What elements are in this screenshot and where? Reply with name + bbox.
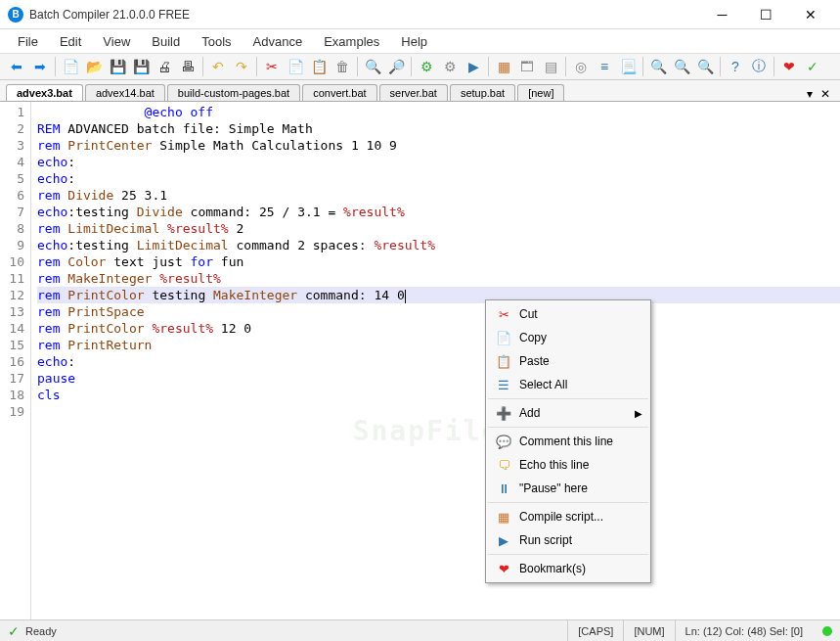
help-icon[interactable]: ? xyxy=(725,56,746,77)
zoom-in-icon[interactable]: 🔍 xyxy=(647,56,669,77)
tab-convertbat[interactable]: convert.bat xyxy=(302,84,376,101)
ctx--pause-here[interactable]: ⏸"Pause" here xyxy=(488,477,648,500)
cut-icon[interactable]: ✂ xyxy=(261,56,283,77)
tab-close-icon[interactable]: ✕ xyxy=(817,87,834,101)
save-all-icon[interactable]: 💾 xyxy=(130,56,152,77)
wrap-icon[interactable]: ≡ xyxy=(594,56,615,77)
tab-setupbat[interactable]: setup.bat xyxy=(450,84,515,101)
code-line-6[interactable]: rem Divide 25 3.1 xyxy=(37,187,840,204)
code-line-10[interactable]: rem Color text just for fun xyxy=(37,253,840,270)
check-icon[interactable]: ✓ xyxy=(802,56,823,77)
menu-help[interactable]: Help xyxy=(391,32,437,51)
code-line-14[interactable]: rem PrintColor %result% 12 0 xyxy=(37,320,840,337)
info-icon[interactable]: ⓘ xyxy=(748,56,770,77)
compile-icon[interactable]: ▦ xyxy=(493,56,514,77)
editor[interactable]: 12345678910111213141516171819 SnapFiles … xyxy=(0,102,840,625)
settings-icon[interactable]: ⚙ xyxy=(416,56,437,77)
find-replace-icon[interactable]: 🔎 xyxy=(385,56,407,77)
redo-icon[interactable]: ↷ xyxy=(231,56,252,77)
ctx-add[interactable]: ➕Add▶ xyxy=(488,401,648,425)
status-indicator-icon xyxy=(822,626,832,636)
copy-icon: 📄 xyxy=(494,330,513,345)
new-icon[interactable]: 📄 xyxy=(60,56,81,77)
ctx-paste[interactable]: 📋Paste xyxy=(488,349,648,373)
run-icon[interactable]: ▶ xyxy=(463,56,484,77)
line-number: 17 xyxy=(0,370,24,387)
ctx-label: Run script xyxy=(519,533,572,547)
line-number: 5 xyxy=(0,170,24,187)
back-icon[interactable]: ⬅ xyxy=(6,56,27,77)
line-number: 18 xyxy=(0,387,24,403)
code-line-9[interactable]: echo:testing LimitDecimal command 2 spac… xyxy=(37,237,840,253)
find-icon[interactable]: 🔍 xyxy=(362,56,383,77)
code-line-12[interactable]: rem PrintColor testing MakeInteger comma… xyxy=(37,287,840,303)
bookmark-icon[interactable]: ❤ xyxy=(778,56,800,77)
menu-edit[interactable]: Edit xyxy=(50,32,91,51)
ctx-comment-this-line[interactable]: 💬Comment this line xyxy=(488,430,648,453)
tab-dropdown-icon[interactable]: ▾ xyxy=(803,87,817,101)
doc-icon[interactable]: 📃 xyxy=(617,56,639,77)
close-button[interactable]: ✕ xyxy=(788,0,832,29)
code-line-15[interactable]: rem PrintReturn xyxy=(37,337,840,353)
ctx-run-script[interactable]: ▶Run script xyxy=(488,528,648,552)
code-line-17[interactable]: pause xyxy=(37,370,840,387)
-pause-here-icon: ⏸ xyxy=(494,481,513,496)
gear-icon[interactable]: ⚙ xyxy=(439,56,461,77)
code-line-11[interactable]: rem MakeInteger %result% xyxy=(37,270,840,287)
tab-new[interactable]: [new] xyxy=(517,84,564,101)
forward-icon[interactable]: ➡ xyxy=(29,56,51,77)
ctx-select-all[interactable]: ☰Select All xyxy=(488,373,648,396)
undo-icon[interactable]: ↶ xyxy=(207,56,229,77)
zoom-reset-icon[interactable]: 🔍 xyxy=(694,56,716,77)
code-line-2[interactable]: REM ADVANCED batch file: Simple Math xyxy=(37,120,840,137)
table-icon[interactable]: ▤ xyxy=(540,56,561,77)
menu-view[interactable]: View xyxy=(93,32,140,51)
menu-file[interactable]: File xyxy=(8,32,48,51)
code-line-8[interactable]: rem LimitDecimal %result% 2 xyxy=(37,220,840,237)
maximize-button[interactable]: ☐ xyxy=(744,0,788,29)
ctx-label: Copy xyxy=(519,331,547,344)
ctx-echo-this-line[interactable]: 🗨Echo this line xyxy=(488,453,648,477)
open-icon[interactable]: 📂 xyxy=(83,56,105,77)
delete-icon[interactable]: 🗑 xyxy=(332,56,353,77)
ctx-label: Paste xyxy=(519,354,550,368)
code-line-1[interactable]: @echo off xyxy=(37,104,840,120)
minimize-button[interactable]: ─ xyxy=(700,0,744,29)
code-line-5[interactable]: echo: xyxy=(37,170,840,187)
paste-icon[interactable]: 📋 xyxy=(308,56,330,77)
code-line-4[interactable]: echo: xyxy=(37,154,840,170)
code-line-7[interactable]: echo:testing Divide command: 25 / 3.1 = … xyxy=(37,204,840,220)
code-line-18[interactable]: cls xyxy=(37,387,840,403)
window-icon[interactable]: 🗔 xyxy=(516,56,538,77)
ctx-label: Select All xyxy=(519,378,567,391)
tab-advex3bat[interactable]: advex3.bat xyxy=(6,84,83,101)
code-line-3[interactable]: rem PrintCenter Simple Math Calculations… xyxy=(37,137,840,154)
toolbar-separator xyxy=(774,57,774,76)
menu-build[interactable]: Build xyxy=(142,32,190,51)
print-preview-icon[interactable]: 🖶 xyxy=(177,56,199,77)
tab-buildcustompagesbat[interactable]: build-custom-pages.bat xyxy=(167,84,300,101)
save-icon[interactable]: 💾 xyxy=(107,56,128,77)
ctx-cut[interactable]: ✂Cut xyxy=(488,302,648,326)
titlebar: B Batch Compiler 21.0.0.0 FREE ─ ☐ ✕ xyxy=(0,0,840,29)
ctx-copy[interactable]: 📄Copy xyxy=(488,326,648,349)
code-line-16[interactable]: echo: xyxy=(37,353,840,370)
context-menu: ✂Cut📄Copy📋Paste☰Select All➕Add▶💬Comment … xyxy=(485,299,651,583)
menu-examples[interactable]: Examples xyxy=(314,32,389,51)
tab-advex14bat[interactable]: advex14.bat xyxy=(85,84,165,101)
menu-tools[interactable]: Tools xyxy=(192,32,241,51)
code-line-13[interactable]: rem PrintSpace xyxy=(37,303,840,320)
line-number: 14 xyxy=(0,320,24,337)
zoom-out-icon[interactable]: 🔍 xyxy=(671,56,692,77)
print-icon[interactable]: 🖨 xyxy=(154,56,175,77)
code-line-19[interactable] xyxy=(37,403,840,420)
tab-serverbat[interactable]: server.bat xyxy=(379,84,448,101)
code-area[interactable]: SnapFiles @echo offREM ADVANCED batch fi… xyxy=(31,102,840,625)
toolbar-separator xyxy=(202,57,203,76)
ctx-bookmark-s-[interactable]: ❤Bookmark(s) xyxy=(488,557,648,580)
toolbar-separator xyxy=(411,57,412,76)
ctx-compile-script-[interactable]: ▦Compile script... xyxy=(488,505,648,528)
menu-advance[interactable]: Advance xyxy=(243,32,313,51)
copy-icon[interactable]: 📄 xyxy=(285,56,306,77)
target-icon[interactable]: ◎ xyxy=(570,56,592,77)
